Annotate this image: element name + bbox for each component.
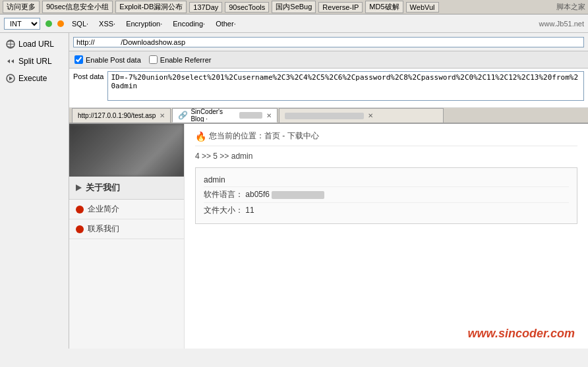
result-lang-label: 软件语言：: [204, 190, 243, 199]
xss-button[interactable]: XSS·: [96, 19, 118, 28]
tab-sincoder[interactable]: 🔗 SinCoder's Blog · ✕: [172, 108, 278, 123]
inner-nav-header-label: 关于我们: [86, 182, 120, 194]
bookmark-md5[interactable]: MD5破解: [365, 1, 403, 13]
pagination: 4 >> 5 >> admin: [195, 152, 577, 161]
inner-content: 🔥 您当前的位置：首页 - 下载中心 4 >> 5 >> admin admin…: [185, 124, 588, 349]
sidebar-execute[interactable]: Execute: [0, 70, 69, 87]
result-size-row: 文件大小： 11: [204, 203, 569, 218]
sql-button[interactable]: SQL·: [69, 19, 91, 28]
bookmark-90sec[interactable]: 90sec信息安全小组: [42, 1, 113, 13]
result-size-value: 11: [245, 206, 254, 215]
tab-sincoder-close[interactable]: ✕: [266, 112, 272, 119]
bookmark-90sectools[interactable]: 90secTools: [225, 2, 269, 13]
load-url-icon: [5, 39, 16, 49]
result-name-row: admin: [204, 173, 569, 187]
red-circle-about: [76, 206, 84, 213]
encryption-button[interactable]: Encryption·: [123, 19, 165, 28]
bookmark-more[interactable]: 访问更多: [3, 1, 40, 13]
red-circle-contact: [76, 225, 84, 233]
bookmark-reverse[interactable]: Reverse-IP: [318, 2, 363, 13]
tab-third[interactable]: ✕: [279, 108, 444, 123]
post-data-section: Post data ID=-7%20union%20select%201%2Cu…: [69, 69, 588, 108]
tab-sincoder-label: SinCoder's Blog ·: [191, 108, 236, 123]
tab-sincoder-blurred: [239, 112, 263, 119]
bookmark-webvul[interactable]: WebVul: [406, 2, 439, 13]
browser-content: 关于我们 企业简介 联系我们 🔥 您当前的位置：首页 - 下载中心: [69, 124, 588, 349]
breadcrumb-text: 您当前的位置：首页 - 下载中心: [209, 130, 319, 142]
result-lang-row: 软件语言： ab05f6: [204, 187, 569, 203]
inner-nav-about-label: 企业简介: [88, 204, 119, 215]
options-row: Enable Post data Enable Referrer: [69, 51, 588, 69]
other-button[interactable]: Other·: [213, 19, 239, 28]
execute-label: Execute: [18, 74, 47, 83]
inner-nav: 关于我们 企业简介 联系我们: [69, 124, 185, 349]
right-panel: Enable Post data Enable Referrer Post da…: [69, 33, 588, 349]
enable-post-data-checkbox[interactable]: Enable Post data: [74, 55, 141, 64]
tab-third-close[interactable]: ✕: [368, 112, 373, 119]
sidebar-split-url[interactable]: Split URL: [0, 53, 69, 70]
bookmark-bar: 访问更多 90sec信息安全小组 Exploit-DB漏洞公布 137Day 9…: [0, 0, 588, 14]
tab-third-blurred: [285, 113, 364, 119]
post-data-label: Post data: [73, 71, 103, 80]
inner-nav-item-about[interactable]: 企业简介: [69, 200, 184, 219]
split-url-label: Split URL: [18, 57, 52, 66]
result-size-label: 文件大小：: [204, 206, 243, 215]
orange-dot: [57, 20, 64, 27]
tab-test-asp-close[interactable]: ✕: [160, 112, 165, 119]
enable-referrer-checkbox[interactable]: Enable Referrer: [149, 55, 212, 64]
result-box: admin 软件语言： ab05f6 文件大小： 11: [195, 167, 577, 224]
result-name: admin: [204, 175, 225, 184]
breadcrumb-icon: 🔥: [195, 131, 206, 142]
encoding-button[interactable]: Encoding·: [170, 19, 208, 28]
brand-label: www.Jb51.net: [539, 20, 584, 28]
inner-right-wrap: 🔥 您当前的位置：首页 - 下载中心 4 >> 5 >> admin admin…: [185, 124, 588, 349]
execute-icon: [5, 73, 16, 84]
tab-bar: http://127.0.0.1:90/test.asp ✕ 🔗 SinCode…: [69, 108, 588, 124]
bookmark-right-label: 脚本之家: [556, 2, 585, 12]
post-data-check[interactable]: [74, 55, 83, 64]
enable-referrer-label: Enable Referrer: [160, 56, 212, 64]
tab-test-asp-label: http://127.0.0.1:90/test.asp: [78, 112, 156, 119]
green-dot: [45, 20, 52, 27]
int-dropdown[interactable]: INT: [4, 18, 40, 30]
split-url-icon: [5, 56, 16, 67]
bookmark-137day[interactable]: 137Day: [189, 2, 222, 13]
sidebar: Load URL Split URL Execute: [0, 33, 69, 349]
bookmark-sebug[interactable]: 国内SeBug: [272, 1, 316, 13]
inner-nav-contact-label: 联系我们: [88, 223, 119, 235]
play-icon: [76, 184, 82, 191]
toolbar: INT SQL· XSS· Encryption· Encoding· Othe…: [0, 14, 588, 33]
bookmark-exploit[interactable]: Exploit-DB漏洞公布: [115, 1, 187, 13]
breadcrumb: 🔥 您当前的位置：首页 - 下载中心: [195, 130, 577, 146]
url-bar-row: [69, 33, 588, 51]
main-area: Load URL Split URL Execute: [0, 33, 588, 349]
inner-nav-header-image: [69, 124, 184, 177]
inner-nav-item-contact[interactable]: 联系我们: [69, 219, 184, 239]
referrer-check[interactable]: [149, 55, 158, 64]
sidebar-load-url[interactable]: Load URL: [0, 36, 69, 53]
tab-test-asp[interactable]: http://127.0.0.1:90/test.asp ✕: [72, 108, 171, 123]
url-input[interactable]: [73, 37, 584, 47]
sincoder-favicon: 🔗: [178, 111, 188, 120]
result-lang-blurred: [272, 191, 324, 199]
inner-nav-section-header: 关于我们: [69, 177, 184, 200]
post-data-input[interactable]: ID=-7%20union%20select%201%2Cusername%2C…: [107, 71, 584, 101]
result-lang-value: ab05f6: [245, 190, 270, 199]
enable-post-data-label: Enable Post data: [86, 56, 141, 64]
load-url-label: Load URL: [18, 40, 54, 49]
